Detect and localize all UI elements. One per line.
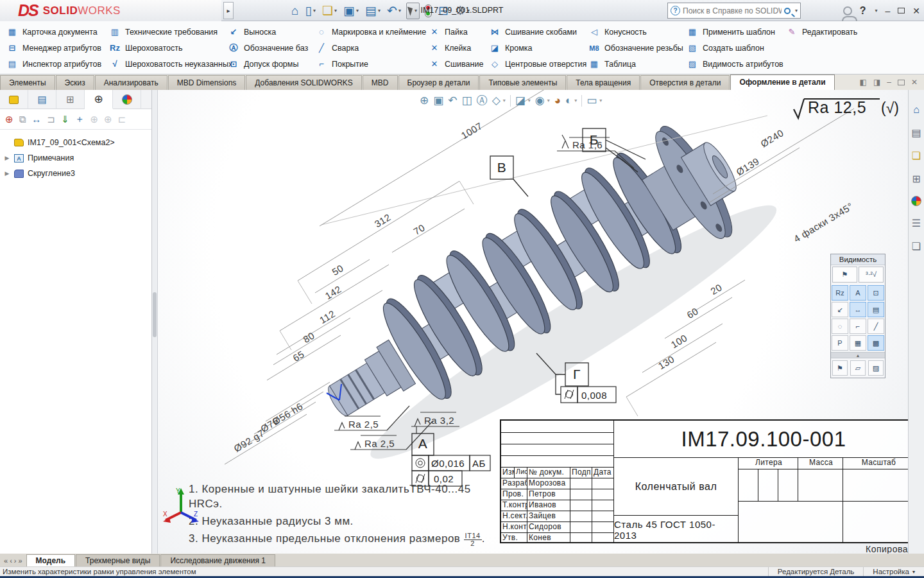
search-icon[interactable] <box>784 8 791 14</box>
expand-arrow-icon[interactable]: ▶ <box>4 155 10 161</box>
rebuild-button[interactable] <box>424 3 433 19</box>
last-tab-icon[interactable]: » <box>18 557 22 565</box>
ribbon-item-callout[interactable]: ↙Выноска <box>228 24 308 40</box>
minimize-button[interactable]: – <box>885 6 890 16</box>
tab-typical-elements[interactable]: Типовые элементы <box>479 75 566 90</box>
restore-button[interactable] <box>898 8 905 13</box>
pattern-icon[interactable]: ⧉ <box>19 114 26 125</box>
ribbon-item-attribute-visibility[interactable]: ▨Видимость атрибутов <box>687 56 783 72</box>
apply-scene-icon[interactable]: ◐ <box>565 94 572 107</box>
ribbon-item-thread-callout[interactable]: М8Обозначение резьбы <box>588 40 683 56</box>
techreq-toggle-button[interactable]: ▤ <box>868 302 884 317</box>
ribbon-item-attribute-inspector[interactable]: ▤Инспектор атрибутов <box>6 56 101 72</box>
resources-books-icon[interactable]: ▤ <box>911 127 921 139</box>
ribbon-item-glue[interactable]: ✕Клейка <box>429 40 483 56</box>
tab-mbd-dimensions[interactable]: MBD Dimensions <box>168 75 246 90</box>
ribbon-item-attribute-manager[interactable]: ⊟Менеджер атрибутов <box>6 40 101 56</box>
dimension-icon[interactable]: ↔ <box>31 114 41 125</box>
datum-target2-icon[interactable]: ⊕ <box>104 114 112 125</box>
forum-comments-icon[interactable]: ❏ <box>912 240 921 252</box>
ribbon-item-center-holes[interactable]: ◇Центровые отверстия <box>489 56 586 72</box>
tab-configuration-manager[interactable]: ⊞ <box>56 90 85 109</box>
toolbar-flyout-button[interactable]: ▸ <box>223 2 234 19</box>
roughness-visibility-button[interactable]: ³·²√ <box>859 267 884 283</box>
display-style-icon[interactable]: ◪ <box>515 94 526 107</box>
tree-root-node[interactable]: IM17_09_001<Схема2> <box>4 135 148 150</box>
hide-annotations-button[interactable]: ⚑ <box>832 267 857 283</box>
datum-target-icon[interactable]: ⊕ <box>90 114 98 125</box>
ribbon-item-coating[interactable]: ⌐Покрытие <box>316 56 426 72</box>
section-view-icon[interactable]: ◫ <box>462 94 472 107</box>
scroll-tabs-left-icon[interactable]: ◧ <box>860 78 867 87</box>
annotation-view-icon[interactable]: Ⓐ <box>477 93 488 108</box>
help-search-input[interactable] <box>680 6 784 15</box>
table-edit-toggle-button[interactable]: ▩ <box>868 335 884 351</box>
ribbon-item-roughness[interactable]: RzШероховатость <box>109 40 232 56</box>
show-tolerance-icon[interactable]: ＋ <box>74 113 84 125</box>
tab-mbd[interactable]: MBD <box>363 75 398 90</box>
graphics-area[interactable]: 1007 312 70 50 142 112 80 65 20 60 100 1… <box>158 90 908 554</box>
home-icon[interactable]: ⌂ <box>913 104 920 116</box>
drawing-notes[interactable]: 1. Коренные и шатунные шейки закалитьТВЧ… <box>189 483 509 552</box>
tab-feature-tree[interactable] <box>0 90 28 109</box>
weld-toggle-button[interactable]: ╱ <box>868 319 884 334</box>
ribbon-item-marking[interactable]: ◌Маркировка и клеймение <box>316 24 426 40</box>
ribbon-item-weld[interactable]: ╱Сварка <box>316 40 426 56</box>
open-button[interactable]: ❏▾ <box>321 3 338 19</box>
tab-3d-views[interactable]: Трехмерные виды <box>76 554 160 566</box>
callout-box-icon[interactable]: ⊐ <box>47 114 55 125</box>
ribbon-item-datum[interactable]: ⒶОбозначение баз <box>228 40 308 56</box>
previous-view-icon[interactable]: ↶ <box>448 94 457 107</box>
sketch-visibility-button[interactable]: ▱ <box>850 360 866 376</box>
tab-evaluate[interactable]: Анализировать <box>95 75 167 90</box>
hide-show-items-icon[interactable]: ◉ <box>535 94 545 107</box>
callout-toggle-button[interactable]: ↙ <box>832 302 848 317</box>
tab-motion-study[interactable]: Исследование движения 1 <box>160 554 275 566</box>
edit-appearance-icon[interactable]: ◕ <box>554 94 561 107</box>
table-toggle-button[interactable]: ▦ <box>850 335 866 351</box>
custom-properties-icon[interactable]: ☰ <box>912 217 921 229</box>
ribbon-item-tech-requirements[interactable]: ▥Технические требования <box>109 24 232 40</box>
file-properties-button[interactable]: ⊟ <box>437 3 450 19</box>
tab-sketch[interactable]: Эскиз <box>56 75 94 90</box>
tab-addins[interactable]: Добавления SOLIDWORKS <box>246 75 362 90</box>
design-library-folder-icon[interactable]: ❏ <box>912 150 921 162</box>
chevron-down-icon[interactable]: ▾ <box>795 8 798 13</box>
file-explorer-icon[interactable]: ⊞ <box>912 173 920 185</box>
select-tool-button[interactable]: ▾ <box>406 3 420 19</box>
account-icon[interactable] <box>843 6 852 15</box>
panel-splitter[interactable] <box>152 90 158 554</box>
coating-toggle-button[interactable]: ⌐ <box>850 319 866 334</box>
tab-revolved-bodies[interactable]: Тела вращения <box>567 75 640 90</box>
ribbon-item-table[interactable]: ▦Таблица <box>588 56 683 72</box>
tab-part-browser[interactable]: Броузер в детали <box>398 75 479 90</box>
doc-restore-button[interactable] <box>898 80 905 85</box>
options-button[interactable]: ⚙▾ <box>454 3 471 19</box>
ribbon-item-apply-template[interactable]: ▦Применить шаблон <box>687 24 783 40</box>
scroll-tabs-right-icon[interactable]: ◨ <box>873 78 880 87</box>
new-document-button[interactable]: ▯▾ <box>304 3 316 19</box>
import-scheme-icon[interactable]: ⇓ <box>61 114 69 125</box>
auto-dimension-icon[interactable]: ⊕ <box>5 114 13 125</box>
tree-node-fillet[interactable]: ▶ Скругление3 <box>4 166 148 181</box>
ribbon-item-roughness-unspecified[interactable]: √Шероховатость неуказанных <box>109 56 232 72</box>
tab-elements[interactable]: Элементы <box>0 75 55 90</box>
splitter-handle[interactable] <box>153 292 157 337</box>
ribbon-item-create-template[interactable]: ▧Создать шаблон <box>687 40 783 56</box>
first-tab-icon[interactable]: « <box>4 557 8 565</box>
tab-part-holes[interactable]: Отверстия в детали <box>640 75 730 90</box>
general-roughness-note[interactable]: Ra 12,5 (√) <box>790 95 908 118</box>
undo-button[interactable]: ↶▾ <box>386 3 402 19</box>
ribbon-item-edge[interactable]: ◪Кромка <box>489 40 586 56</box>
expand-arrow-icon[interactable]: ▶ <box>4 170 10 177</box>
prev-tab-icon[interactable]: ‹ <box>10 557 12 565</box>
doc-minimize-button[interactable]: – <box>887 78 891 87</box>
print-button[interactable]: ▤▾ <box>364 3 382 19</box>
roughness-toggle-button[interactable]: Rz <box>832 285 848 301</box>
tolerance-toggle-button[interactable]: ⊡ <box>868 285 884 301</box>
view-orientation-icon[interactable]: ◇ <box>492 94 501 107</box>
zoom-fit-icon[interactable]: ⊕ <box>420 94 429 107</box>
chevron-down-icon[interactable]: ▾ <box>875 8 877 13</box>
tab-property-manager[interactable]: ▤ <box>28 90 56 109</box>
tab-dimxpert-manager[interactable]: ⊕ <box>85 90 113 109</box>
